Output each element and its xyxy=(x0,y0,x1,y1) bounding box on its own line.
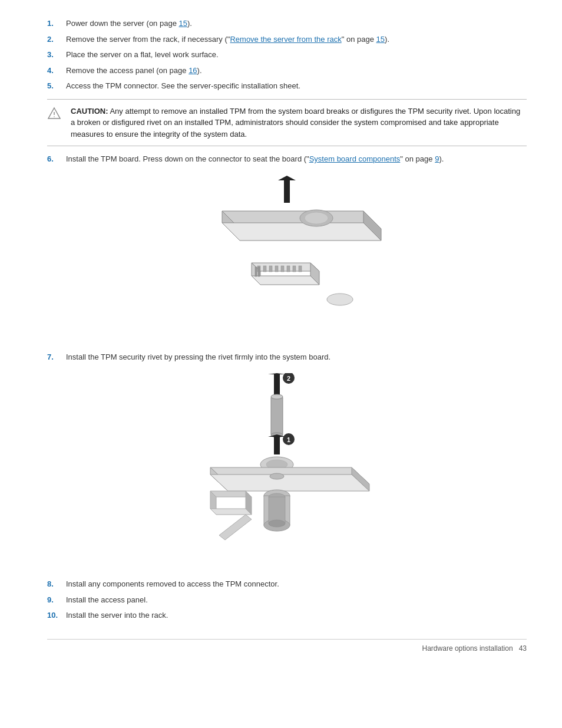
svg-marker-41 xyxy=(210,475,369,491)
caution-icon xyxy=(47,106,64,122)
step-6-text: Install the TPM board. Press down on the… xyxy=(66,153,527,165)
svg-point-42 xyxy=(270,473,284,479)
step-7: 7. Install the TPM security rivet by pre… xyxy=(47,351,527,363)
step-2: 2. Remove the server from the rack, if n… xyxy=(47,34,527,45)
svg-marker-10 xyxy=(252,263,319,271)
svg-point-30 xyxy=(271,394,283,399)
step-10: 10. Install the server into the rack. xyxy=(47,610,527,621)
step-6: 6. Install the TPM board. Press down on … xyxy=(47,153,527,165)
step-6-page-link[interactable]: 9 xyxy=(435,154,439,163)
step-7-text: Install the TPM security rivet by pressi… xyxy=(66,351,527,363)
step-9: 9. Install the access panel. xyxy=(47,594,527,606)
footer-page: 43 xyxy=(519,644,527,653)
step-8-num: 8. xyxy=(47,578,66,590)
svg-rect-20 xyxy=(293,266,296,272)
step-10-text: Install the server into the rack. xyxy=(66,610,527,621)
footer-section: Hardware options installation xyxy=(422,644,513,653)
caution-text: CAUTION: Any attempt to remove an instal… xyxy=(71,106,527,140)
step-1: 1. Power down the server (on page 15). xyxy=(47,18,527,29)
step-2-num: 2. xyxy=(47,34,66,45)
step-1-num: 1. xyxy=(47,18,66,29)
step-6-list: 6. Install the TPM board. Press down on … xyxy=(47,153,527,165)
svg-rect-51 xyxy=(269,497,285,523)
svg-rect-17 xyxy=(275,266,278,272)
step-7-num: 7. xyxy=(47,351,66,363)
svg-rect-22 xyxy=(255,267,257,276)
svg-rect-19 xyxy=(287,266,290,272)
svg-marker-46 xyxy=(210,509,252,515)
step-9-text: Install the access panel. xyxy=(66,594,527,606)
svg-rect-21 xyxy=(299,266,302,272)
svg-text:2: 2 xyxy=(287,375,290,382)
svg-point-9 xyxy=(305,212,328,224)
rivet-diagram: 2 1 xyxy=(47,373,527,568)
caution-box: CAUTION: Any attempt to remove an instal… xyxy=(47,99,527,147)
step-6-link[interactable]: System board components xyxy=(309,154,401,163)
steps-end-list: 8. Install any components removed to acc… xyxy=(47,578,527,621)
caution-label: CAUTION: xyxy=(71,107,108,116)
svg-marker-53 xyxy=(219,515,252,540)
step-2-link[interactable]: Remove the server from the rack xyxy=(230,35,341,44)
step-4-text: Remove the access panel (on page 16). xyxy=(66,65,527,77)
step-4: 4. Remove the access panel (on page 16). xyxy=(47,65,527,77)
page-footer: Hardware options installation 43 xyxy=(47,639,527,653)
svg-marker-13 xyxy=(252,276,319,285)
caution-body: Any attempt to remove an installed TPM f… xyxy=(71,107,520,139)
step-3-num: 3. xyxy=(47,49,66,61)
step-5-text: Access the TPM connector. See the server… xyxy=(66,80,527,92)
svg-rect-15 xyxy=(263,266,266,272)
step-9-num: 9. xyxy=(47,594,66,606)
svg-point-52 xyxy=(269,520,285,527)
svg-rect-23 xyxy=(258,267,260,276)
svg-point-1 xyxy=(54,116,55,117)
step-10-num: 10. xyxy=(47,610,66,621)
step-1-text: Power down the server (on page 15). xyxy=(66,18,527,29)
svg-rect-18 xyxy=(281,266,284,272)
svg-marker-2 xyxy=(278,176,296,186)
tpm-board-diagram xyxy=(47,176,527,341)
steps-list: 1. Power down the server (on page 15). 2… xyxy=(47,18,527,92)
step-1-link[interactable]: 15 xyxy=(179,19,187,28)
step-8-text: Install any components removed to access… xyxy=(66,578,527,590)
svg-rect-33 xyxy=(274,443,280,454)
svg-rect-16 xyxy=(269,266,272,272)
step-5-num: 5. xyxy=(47,80,66,92)
step-4-link[interactable]: 16 xyxy=(189,66,197,75)
svg-point-24 xyxy=(327,294,353,305)
step-3: 3. Place the server on a flat, level wor… xyxy=(47,49,527,61)
step-4-num: 4. xyxy=(47,65,66,77)
step-2-page-link[interactable]: 15 xyxy=(376,35,385,44)
step-2-text: Remove the server from the rack, if nece… xyxy=(66,34,527,45)
step-7-list: 7. Install the TPM security rivet by pre… xyxy=(47,351,527,363)
svg-marker-7 xyxy=(222,223,381,241)
svg-rect-29 xyxy=(271,397,283,435)
step-5: 5. Access the TPM connector. See the ser… xyxy=(47,80,527,92)
svg-rect-3 xyxy=(284,186,290,203)
tpm-board-svg xyxy=(175,176,399,341)
svg-text:1: 1 xyxy=(287,436,290,443)
step-6-num: 6. xyxy=(47,153,66,165)
rivet-svg: 2 1 xyxy=(187,373,387,568)
step-8: 8. Install any components removed to acc… xyxy=(47,578,527,590)
step-3-text: Place the server on a flat, level work s… xyxy=(66,49,527,61)
